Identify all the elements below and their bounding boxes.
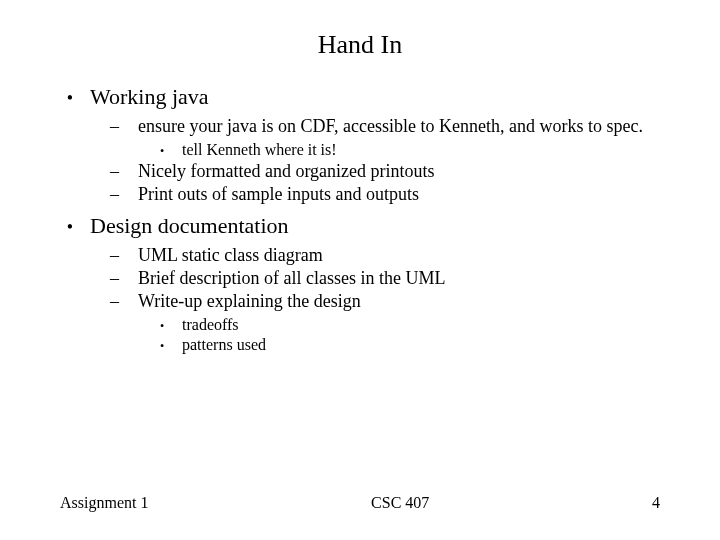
list-item: • Design documentation xyxy=(50,213,670,239)
item-label: tell Kenneth where it is! xyxy=(182,141,670,159)
list-item: • tradeoffs xyxy=(50,316,670,334)
item-label: UML static class diagram xyxy=(138,245,670,266)
footer-center: CSC 407 xyxy=(371,494,429,512)
item-label: Write-up explaining the design xyxy=(138,291,670,312)
dash-icon: – xyxy=(110,268,138,289)
outline-root: • Working java – ensure your java is on … xyxy=(50,84,670,354)
list-item: • tell Kenneth where it is! xyxy=(50,141,670,159)
dash-icon: – xyxy=(110,184,138,205)
slide-footer: Assignment 1 CSC 407 4 xyxy=(0,494,720,512)
list-item: – Print outs of sample inputs and output… xyxy=(50,184,670,205)
list-item: – Write-up explaining the design xyxy=(50,291,670,312)
bullet-icon: • xyxy=(160,144,182,159)
bullet-icon: • xyxy=(160,319,182,334)
bullet-icon: • xyxy=(50,88,90,109)
slide-title: Hand In xyxy=(50,30,670,60)
item-label: Nicely formatted and organized printouts xyxy=(138,161,670,182)
item-label: Design documentation xyxy=(90,213,670,239)
footer-left: Assignment 1 xyxy=(60,494,148,512)
list-item: – Brief description of all classes in th… xyxy=(50,268,670,289)
list-item: • Working java xyxy=(50,84,670,110)
list-item: • patterns used xyxy=(50,336,670,354)
dash-icon: – xyxy=(110,161,138,182)
item-label: Brief description of all classes in the … xyxy=(138,268,670,289)
list-item: – ensure your java is on CDF, accessible… xyxy=(50,116,670,137)
list-item: – UML static class diagram xyxy=(50,245,670,266)
item-label: Print outs of sample inputs and outputs xyxy=(138,184,670,205)
dash-icon: – xyxy=(110,245,138,266)
dash-icon: – xyxy=(110,291,138,312)
dash-icon: – xyxy=(110,116,138,137)
bullet-icon: • xyxy=(50,217,90,238)
footer-right: 4 xyxy=(652,494,660,512)
list-item: – Nicely formatted and organized printou… xyxy=(50,161,670,182)
bullet-icon: • xyxy=(160,339,182,354)
item-label: tradeoffs xyxy=(182,316,670,334)
item-label: Working java xyxy=(90,84,670,110)
item-label: patterns used xyxy=(182,336,670,354)
item-label: ensure your java is on CDF, accessible t… xyxy=(138,116,670,137)
